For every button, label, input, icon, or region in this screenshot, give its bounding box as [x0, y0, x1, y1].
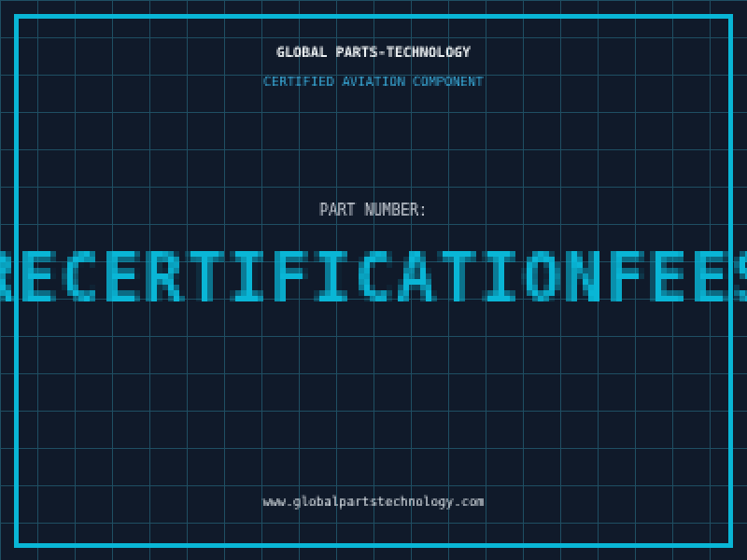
website-url: [0, 493, 747, 511]
part-number-label: [0, 203, 747, 221]
brand-title: [0, 44, 747, 63]
tagline: [0, 73, 747, 91]
part-number-value: [0, 229, 747, 324]
certificate-card: [0, 0, 747, 560]
